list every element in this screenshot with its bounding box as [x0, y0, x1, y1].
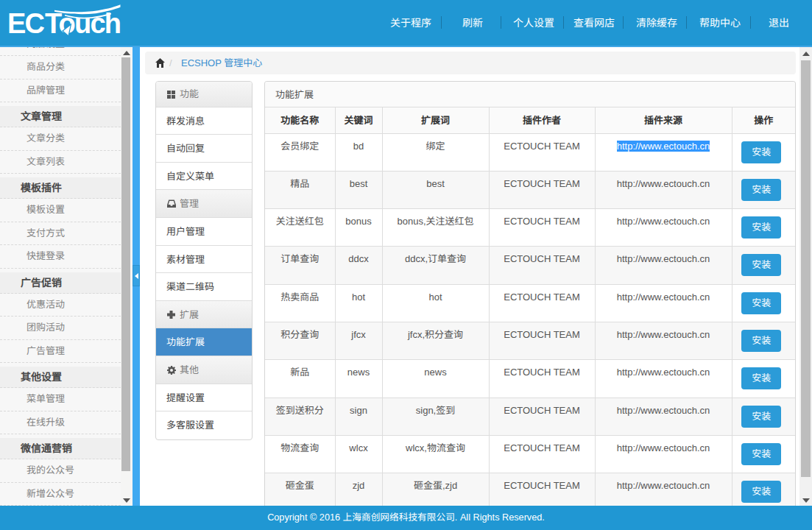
svg-text:EC: EC	[7, 8, 45, 39]
